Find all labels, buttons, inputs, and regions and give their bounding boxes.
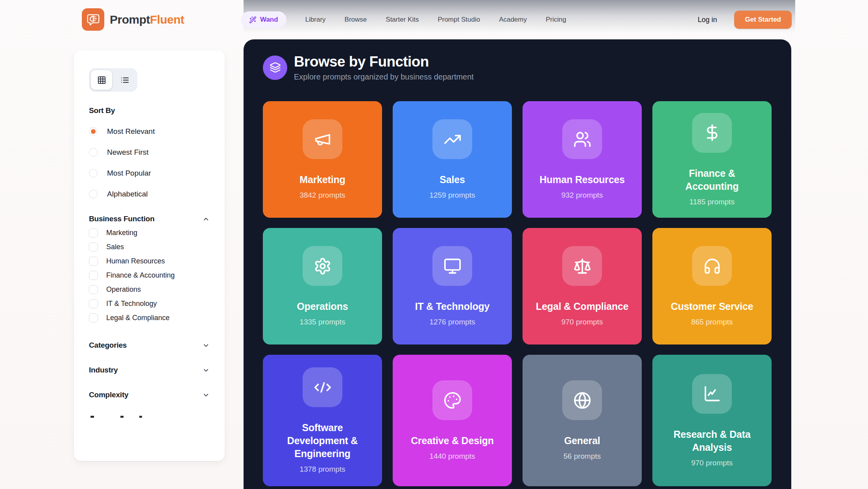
grid-view-button[interactable]	[91, 70, 112, 90]
function-card[interactable]: Sales 1259 prompts	[393, 101, 512, 218]
sort-option-label: Most Popular	[107, 169, 151, 178]
filter-section-heading[interactable]: Complexity	[89, 391, 210, 399]
business-function-option[interactable]: Human Resources	[89, 257, 210, 266]
sort-option-label: Newest First	[107, 148, 149, 157]
function-card[interactable]: Operations 1335 prompts	[263, 228, 382, 345]
function-card-count: 56 prompts	[563, 452, 601, 461]
brain-logo-icon	[82, 8, 104, 31]
radio-control[interactable]	[89, 148, 98, 157]
filter-section-heading[interactable]: Categories	[89, 341, 210, 350]
checkbox-control[interactable]	[89, 243, 98, 252]
users-icon	[562, 119, 602, 159]
function-card-count: 3842 prompts	[299, 191, 345, 200]
list-view-icon	[120, 76, 129, 85]
page-title: Browse by Function	[294, 54, 474, 70]
function-card[interactable]: Human Resources 932 prompts	[523, 101, 642, 218]
nav-item-wand-label: Wand	[260, 16, 278, 24]
function-card-count: 970 prompts	[561, 318, 603, 326]
function-card[interactable]: Research & Data Analysis 970 prompts	[652, 355, 772, 486]
sort-option[interactable]: Most Popular	[89, 169, 210, 178]
sort-option[interactable]: Newest First	[89, 148, 210, 157]
headphones-icon	[692, 246, 732, 286]
chevron-down-icon	[202, 391, 210, 399]
business-function-option[interactable]: IT & Technology	[89, 299, 210, 308]
collapsed-filter-sections: Categories Industry Complexity	[89, 341, 210, 399]
login-link[interactable]: Log in	[698, 16, 717, 24]
chevron-up-icon	[202, 215, 210, 223]
function-card-count: 1378 prompts	[299, 465, 345, 474]
clipped-section-heading	[89, 416, 210, 418]
function-card-title: Research & Data Analysis	[663, 428, 761, 454]
chevron-down-icon	[202, 342, 210, 349]
business-function-heading-label: Business Function	[89, 215, 155, 223]
brand-name-secondary: Fluent	[150, 13, 184, 26]
nav-item[interactable]: Browse	[345, 16, 367, 24]
dollar-icon	[692, 113, 732, 153]
palette-icon	[432, 380, 472, 420]
function-card[interactable]: Marketing 3842 prompts	[263, 101, 382, 218]
checkbox-control[interactable]	[89, 285, 98, 294]
sort-option[interactable]: Most Relevant	[89, 127, 210, 136]
checkbox-label: Finance & Accounting	[106, 271, 175, 280]
brand-logo[interactable]: PromptFluent	[82, 8, 184, 31]
function-card-title: IT & Technology	[415, 300, 490, 313]
function-card[interactable]: Creative & Design 1440 prompts	[393, 355, 512, 486]
radio-control[interactable]	[89, 127, 98, 136]
brand-name-primary: Prompt	[110, 13, 150, 26]
sort-option-label: Most Relevant	[107, 127, 155, 136]
checkbox-control[interactable]	[89, 313, 98, 322]
function-card[interactable]: Finance & Accounting 1185 prompts	[652, 101, 772, 218]
function-card[interactable]: General 56 prompts	[523, 355, 642, 486]
radio-control[interactable]	[89, 190, 98, 198]
filter-section-label: Industry	[89, 366, 118, 374]
brand-name: PromptFluent	[110, 13, 184, 26]
sort-option-label: Alphabetical	[107, 190, 148, 198]
checkbox-label: Legal & Compliance	[106, 314, 170, 322]
function-cards-grid: Marketing 3842 prompts Sales 1259 prompt…	[263, 101, 772, 486]
filter-section-heading[interactable]: Industry	[89, 366, 210, 374]
business-function-option[interactable]: Sales	[89, 243, 210, 252]
function-card-count: 1276 prompts	[429, 318, 475, 326]
panel-header: Browse by Function Explore prompts organ…	[263, 54, 772, 82]
filter-section-label: Complexity	[89, 391, 128, 399]
nav-item[interactable]: Library	[305, 16, 326, 24]
checkbox-label: IT & Technology	[106, 300, 157, 308]
business-function-option[interactable]: Operations	[89, 285, 210, 294]
function-card-title: General	[564, 434, 600, 447]
checkbox-control[interactable]	[89, 228, 98, 237]
nav-item[interactable]: Prompt Studio	[438, 16, 480, 24]
checkbox-control[interactable]	[89, 299, 98, 308]
business-function-option[interactable]: Finance & Accounting	[89, 271, 210, 280]
function-card[interactable]: Customer Service 865 prompts	[652, 228, 772, 345]
function-card[interactable]: Legal & Compliance 970 prompts	[523, 228, 642, 345]
view-toggle	[89, 68, 137, 92]
radio-control[interactable]	[89, 169, 98, 178]
nav-item[interactable]: Pricing	[546, 16, 566, 24]
sort-option[interactable]: Alphabetical	[89, 190, 210, 198]
monitor-icon	[432, 246, 472, 286]
function-card[interactable]: IT & Technology 1276 prompts	[393, 228, 512, 345]
nav-item[interactable]: Academy	[499, 16, 527, 24]
business-function-option[interactable]: Marketing	[89, 228, 210, 237]
checkbox-label: Human Resources	[106, 257, 165, 265]
function-card-count: 1185 prompts	[689, 198, 735, 206]
business-function-option[interactable]: Legal & Compliance	[89, 313, 210, 322]
checkbox-label: Sales	[106, 243, 124, 251]
business-function-section-heading[interactable]: Business Function	[89, 215, 210, 223]
business-function-options: Marketing Sales Human Resources Finance …	[89, 228, 210, 322]
function-card[interactable]: Software Development & Engineering 1378 …	[263, 355, 382, 486]
filters-sidebar: Sort By Most Relevant Newest First Most …	[74, 50, 225, 461]
get-started-button[interactable]: Get Started	[734, 11, 792, 29]
browse-panel: Browse by Function Explore prompts organ…	[244, 39, 791, 489]
sort-options: Most Relevant Newest First Most Popular …	[89, 127, 210, 198]
function-card-count: 1440 prompts	[429, 452, 475, 461]
list-view-button[interactable]	[114, 70, 135, 90]
nav-item-wand[interactable]: Wand	[241, 11, 286, 28]
checkbox-control[interactable]	[89, 257, 98, 266]
checkbox-control[interactable]	[89, 271, 98, 280]
function-card-title: Operations	[297, 300, 348, 313]
nav-item[interactable]: Starter Kits	[386, 16, 419, 24]
function-card-title: Software Development & Engineering	[273, 421, 372, 460]
function-card-count: 865 prompts	[691, 318, 733, 326]
wand-icon	[249, 16, 257, 24]
